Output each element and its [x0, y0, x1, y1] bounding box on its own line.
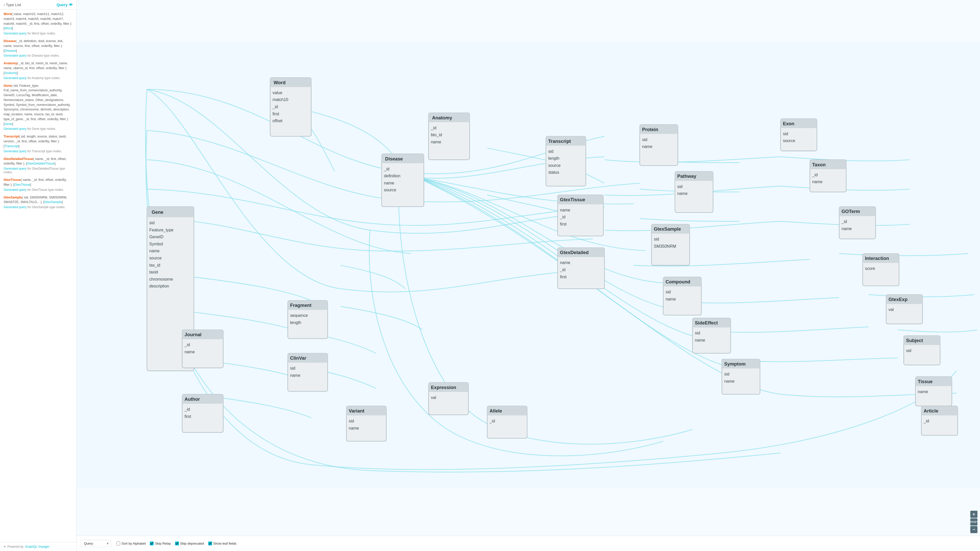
select-wrapper: QueryMutationSubscription ▼ [81, 540, 111, 547]
svg-text:score: score [865, 266, 875, 271]
chevron-left-icon: ‹ [3, 3, 5, 7]
sort-alphabet-label: Sort by Alphabet [121, 541, 146, 545]
svg-text:name: name [666, 297, 676, 301]
type-return[interactable]: Disease [4, 49, 16, 52]
svg-text:SideEffect: SideEffect [695, 320, 718, 326]
type-entry: Disease( _id, definition, doid, license,… [3, 39, 73, 57]
svg-text:Exon: Exon [783, 121, 794, 126]
svg-text:Allele: Allele [490, 408, 502, 413]
svg-text:Transcript: Transcript [548, 138, 571, 144]
type-signature: GtexDetailedTissue( name, _id, first, of… [3, 157, 73, 166]
svg-text:value: value [272, 90, 282, 95]
svg-text:taxid: taxid [149, 270, 158, 274]
zoom-out-button[interactable]: − [970, 526, 977, 533]
svg-text:sid: sid [677, 184, 682, 189]
type-fields: ( sid, Feature_type, Full_name_from_nome… [3, 84, 70, 126]
svg-text:val: val [888, 307, 894, 312]
svg-text:_id: _id [184, 407, 190, 412]
powered-by-label: Powered by [7, 545, 24, 548]
type-return[interactable]: GtexDetailedTissue [27, 162, 55, 165]
svg-text:offset: offset [272, 118, 283, 123]
type-return[interactable]: Gene [4, 122, 12, 126]
generated-query-label: Generated query for GtexSample type node… [3, 205, 73, 209]
type-return[interactable]: Anatomy [4, 71, 17, 75]
type-signature: Disease( _id, definition, doid, license,… [3, 39, 73, 53]
svg-text:sid: sid [149, 221, 155, 225]
type-name[interactable]: Word [3, 12, 12, 16]
svg-text:sid: sid [906, 348, 912, 353]
type-name[interactable]: GtexSample [3, 196, 22, 199]
svg-text:bto_id: bto_id [431, 132, 442, 137]
generated-query-label: Generated query for Anatomy type nodes. [3, 76, 73, 80]
sort-alphabet-checkbox[interactable] [116, 541, 120, 545]
svg-text:name: name [677, 191, 687, 196]
type-return[interactable]: Transcript [4, 144, 18, 148]
type-return[interactable]: GtexTissue [14, 183, 30, 186]
type-return[interactable]: GtexSample [44, 200, 62, 204]
svg-text:name: name [642, 144, 652, 149]
show-leaf-label: Show leaf fields [213, 541, 237, 545]
svg-text:first: first [560, 275, 566, 279]
schema-select[interactable]: QueryMutationSubscription [81, 540, 111, 547]
skip-relay-checkbox[interactable] [150, 541, 154, 545]
checkbox-item-show-leaf[interactable]: Show leaf fields [208, 541, 237, 545]
svg-text:name: name [918, 389, 928, 394]
type-name[interactable]: Disease [3, 39, 16, 43]
generated-query-label: Generated query for Word type nodes. [3, 32, 73, 35]
query-link[interactable]: Query 👁 [57, 3, 73, 7]
skip-deprecated-checkbox[interactable] [175, 541, 179, 545]
svg-text:length: length [548, 156, 559, 160]
type-name[interactable]: GtexDetailedTissue [3, 157, 33, 161]
svg-text:description: description [149, 284, 169, 288]
svg-text:Symptom: Symptom [724, 361, 746, 367]
svg-text:Gene: Gene [151, 210, 163, 215]
generated-query-label: Generated query for GtexTissue type node… [3, 188, 73, 192]
checkbox-item-skip-deprecated[interactable]: Skip deprecated [175, 541, 204, 545]
svg-text:name: name [842, 226, 852, 231]
sidebar: ‹ Type List Query 👁 Word( value, match10… [0, 0, 76, 551]
checkbox-item-skip-relay[interactable]: Skip Relay [150, 541, 171, 545]
type-signature: GtexSample( sid, SM350NRM, SM550NRM, SMA… [3, 195, 73, 205]
type-name[interactable]: GtexTissue [3, 178, 21, 182]
svg-text:Tissue: Tissue [918, 379, 932, 384]
generated-query-label: Generated query for Transcript type node… [3, 149, 73, 153]
svg-text:first: first [560, 222, 566, 226]
svg-text:GtexDetailed: GtexDetailed [560, 250, 589, 255]
svg-text:definition: definition [384, 173, 401, 178]
svg-text:name: name [560, 208, 570, 212]
svg-text:sid: sid [695, 330, 700, 335]
type-name[interactable]: Transcript [3, 135, 19, 138]
svg-text:Taxon: Taxon [812, 162, 826, 167]
svg-text:_id: _id [812, 172, 818, 177]
graph-canvas[interactable]: Gene sid Feature_type GeneID Symbol name… [76, 0, 980, 530]
svg-text:SM350NRM: SM350NRM [654, 244, 676, 248]
type-name[interactable]: Anatomy [3, 62, 17, 65]
svg-text:sid: sid [666, 289, 671, 294]
type-entry: Transcript( sid, length, source, status,… [3, 134, 73, 153]
graphql-voyager-link[interactable]: GraphQL Voyager [25, 545, 49, 548]
svg-text:first: first [185, 414, 191, 419]
type-signature: Anatomy( _id, bto_id, mesh_id, mesh_name… [3, 61, 73, 75]
show-leaf-checkbox[interactable] [208, 541, 212, 545]
svg-text:GtexSample: GtexSample [654, 226, 681, 232]
svg-text:source: source [149, 256, 162, 260]
svg-text:sequence: sequence [290, 313, 308, 318]
back-link[interactable]: ‹ Type List [3, 3, 21, 7]
svg-text:Feature_type: Feature_type [149, 227, 173, 232]
zoom-in-button[interactable]: + [970, 511, 977, 518]
svg-text:name: name [431, 140, 441, 144]
svg-text:_id: _id [923, 419, 929, 424]
type-return[interactable]: Word [4, 27, 12, 30]
svg-text:name: name [560, 260, 570, 265]
svg-text:_id: _id [560, 267, 565, 272]
type-name[interactable]: Gene [3, 84, 11, 87]
svg-text:val: val [431, 395, 436, 400]
svg-text:name: name [290, 373, 301, 378]
svg-text:Anatomy: Anatomy [432, 115, 452, 121]
svg-text:Interaction: Interaction [865, 256, 889, 261]
sidebar-footer: ✦ Powered by GraphQL Voyager [0, 542, 76, 551]
zoom-reset-button[interactable]: RESET [970, 518, 977, 526]
type-signature: Transcript( sid, length, source, status,… [3, 134, 73, 148]
checkbox-item-sort-alphabet[interactable]: Sort by Alphabet [116, 541, 146, 545]
generated-query-label: Generated query for Disease type nodes. [3, 54, 73, 57]
